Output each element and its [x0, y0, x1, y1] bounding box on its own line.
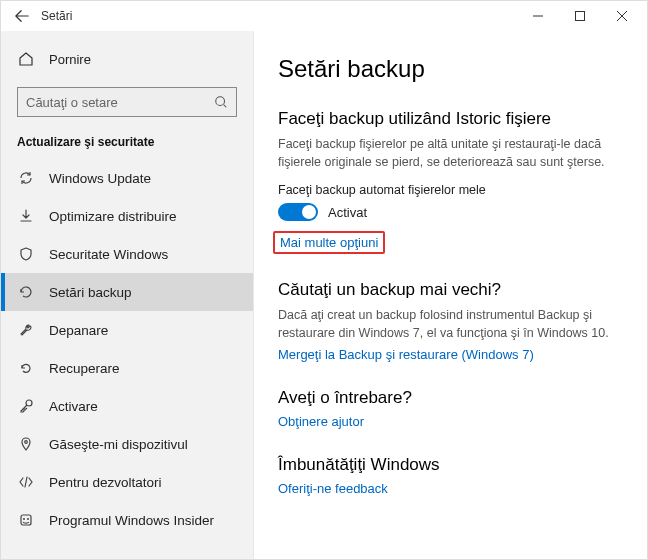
svg-point-6	[27, 518, 29, 520]
minimize-button[interactable]	[517, 1, 559, 31]
toggle-state-label: Activat	[328, 205, 367, 220]
sidebar-item-delivery-optimization[interactable]: Optimizare distribuire	[1, 197, 253, 235]
sync-icon	[17, 170, 35, 186]
sidebar-item-recovery[interactable]: Recuperare	[1, 349, 253, 387]
section-heading: Aveţi o întrebare?	[278, 388, 623, 408]
key-icon	[17, 398, 35, 414]
auto-backup-toggle[interactable]	[278, 203, 318, 221]
sidebar-item-backup[interactable]: Setări backup	[1, 273, 253, 311]
feedback-link[interactable]: Oferiţi-ne feedback	[278, 481, 388, 496]
more-options-link[interactable]: Mai multe opţiuni	[273, 231, 385, 254]
location-icon	[17, 436, 35, 452]
sidebar-nav: Windows Update Optimizare distribuire Se…	[1, 159, 253, 539]
download-icon	[17, 208, 35, 224]
sidebar-group-header: Actualizare şi securitate	[1, 131, 253, 159]
toggle-caption: Faceţi backup automat fişierelor mele	[278, 183, 623, 197]
main-content: Setări backup Faceţi backup utilizând Is…	[254, 31, 647, 559]
sidebar-home-label: Pornire	[49, 52, 91, 67]
svg-rect-0	[576, 12, 585, 21]
sidebar-item-label: Recuperare	[49, 361, 120, 376]
close-icon	[617, 11, 627, 21]
svg-point-3	[25, 441, 28, 444]
search-icon	[214, 95, 228, 109]
sidebar-item-developers[interactable]: Pentru dezvoltatori	[1, 463, 253, 501]
svg-point-1	[216, 97, 225, 106]
maximize-button[interactable]	[559, 1, 601, 31]
section-improve: Îmbunătăţiţi Windows Oferiţi-ne feedback	[278, 455, 623, 496]
sidebar-item-label: Setări backup	[49, 285, 132, 300]
code-icon	[17, 474, 35, 490]
section-heading: Faceţi backup utilizând Istoric fişiere	[278, 109, 623, 129]
sidebar-item-label: Depanare	[49, 323, 108, 338]
section-heading: Îmbunătăţiţi Windows	[278, 455, 623, 475]
sidebar-item-activation[interactable]: Activare	[1, 387, 253, 425]
home-icon	[17, 51, 35, 67]
back-button[interactable]	[5, 1, 39, 31]
sidebar-item-label: Programul Windows Insider	[49, 513, 214, 528]
get-help-link[interactable]: Obţinere ajutor	[278, 414, 364, 429]
section-heading: Căutaţi un backup mai vechi?	[278, 280, 623, 300]
section-older-backup: Căutaţi un backup mai vechi? Dacă aţi cr…	[278, 280, 623, 361]
section-question: Aveţi o întrebare? Obţinere ajutor	[278, 388, 623, 429]
sidebar-item-label: Găseşte-mi dispozitivul	[49, 437, 188, 452]
sidebar-item-windows-security[interactable]: Securitate Windows	[1, 235, 253, 273]
svg-point-5	[23, 518, 25, 520]
sidebar-item-label: Windows Update	[49, 171, 151, 186]
insider-icon	[17, 512, 35, 528]
backup-icon	[17, 284, 35, 300]
sidebar-item-find-device[interactable]: Găseşte-mi dispozitivul	[1, 425, 253, 463]
arrow-left-icon	[15, 9, 29, 23]
section-desc: Dacă aţi creat un backup folosind instru…	[278, 306, 623, 342]
maximize-icon	[575, 11, 585, 21]
wrench-icon	[17, 322, 35, 338]
titlebar: Setări	[1, 1, 647, 31]
sidebar-item-label: Pentru dezvoltatori	[49, 475, 162, 490]
sidebar-item-label: Optimizare distribuire	[49, 209, 177, 224]
sidebar-item-troubleshoot[interactable]: Depanare	[1, 311, 253, 349]
sidebar-item-label: Activare	[49, 399, 98, 414]
search-input[interactable]	[26, 95, 214, 110]
minimize-icon	[533, 11, 543, 21]
sidebar-home[interactable]: Pornire	[1, 39, 253, 79]
section-desc: Faceţi backup fişierelor pe altă unitate…	[278, 135, 623, 171]
window-title: Setări	[41, 9, 517, 23]
sidebar: Pornire Actualizare şi securitate Window…	[1, 31, 254, 559]
shield-icon	[17, 246, 35, 262]
search-box[interactable]	[17, 87, 237, 117]
restore-icon	[17, 360, 35, 376]
backup-restore-link[interactable]: Mergeţi la Backup şi restaurare (Windows…	[278, 347, 534, 362]
section-file-history: Faceţi backup utilizând Istoric fişiere …	[278, 109, 623, 254]
page-title: Setări backup	[278, 55, 623, 83]
sidebar-item-windows-update[interactable]: Windows Update	[1, 159, 253, 197]
close-button[interactable]	[601, 1, 643, 31]
sidebar-item-label: Securitate Windows	[49, 247, 168, 262]
sidebar-item-insider[interactable]: Programul Windows Insider	[1, 501, 253, 539]
